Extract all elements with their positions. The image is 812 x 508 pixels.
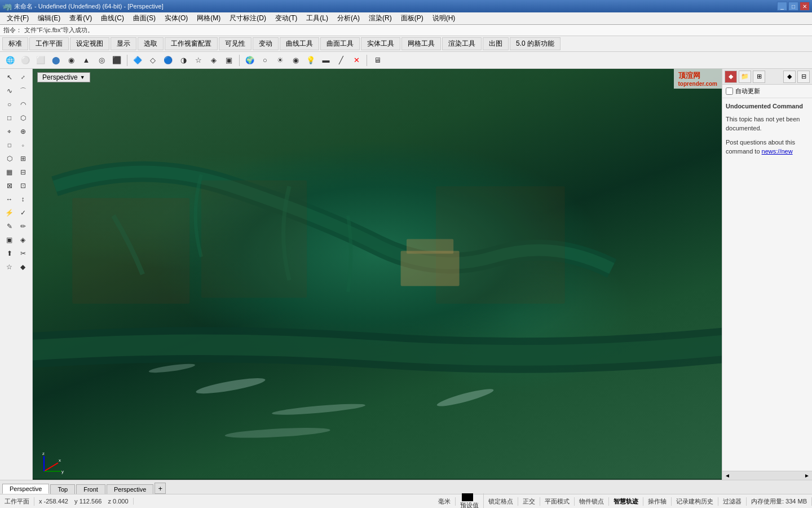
tool-wire1[interactable]: 🔷 — [131, 54, 144, 67]
bottom-tab-add[interactable]: + — [155, 483, 166, 494]
misc2[interactable]: ✂ — [17, 247, 29, 260]
mesh2[interactable]: ⊟ — [17, 166, 29, 178]
status-filter[interactable]: 过滤器 — [718, 497, 747, 506]
toolbar-tab-11[interactable]: 网格工具 — [401, 37, 441, 50]
snap2[interactable]: ✓ — [17, 207, 29, 219]
tool-sun[interactable]: ☀ — [273, 54, 287, 67]
toolbar-tab-8[interactable]: 曲线工具 — [280, 37, 319, 50]
viewport-dropdown-icon[interactable]: ▼ — [80, 75, 85, 80]
tool-monitor[interactable]: 🖥 — [370, 54, 384, 67]
misc3[interactable]: ☆ — [3, 261, 16, 273]
curve-tool1[interactable]: ∿ — [3, 85, 16, 97]
tool-ghost[interactable]: ☆ — [192, 54, 205, 67]
bottom-tab-1[interactable]: Top — [50, 484, 75, 494]
status-osnap[interactable]: 物件锁点 — [575, 497, 609, 506]
menu-item-m[interactable]: 网格(M) — [192, 12, 225, 24]
solid2[interactable]: ⊞ — [17, 152, 29, 165]
auto-update-checkbox[interactable] — [726, 87, 733, 95]
toolbar-tab-5[interactable]: 工作视窗配置 — [165, 37, 218, 50]
poly-tool[interactable]: ⬡ — [17, 112, 29, 124]
status-smart-track[interactable]: 智慧轨迹 — [609, 497, 643, 506]
edit2[interactable]: ✏ — [17, 220, 29, 233]
menu-item-d[interactable]: 尺寸标注(D) — [225, 12, 271, 24]
toolbar-tab-12[interactable]: 渲染工具 — [442, 37, 482, 50]
toolbar-tab-13[interactable]: 出图 — [483, 37, 509, 50]
menu-item-o[interactable]: 实体(O) — [160, 12, 192, 24]
minimize-button[interactable]: _ — [777, 2, 787, 11]
bottom-tab-2[interactable]: Front — [76, 484, 105, 494]
titlebar-controls[interactable]: _ □ ✕ — [777, 2, 810, 11]
menu-item-e[interactable]: 编辑(E) — [33, 12, 65, 24]
rt-icon4[interactable]: ◆ — [783, 71, 796, 83]
rt-icon1[interactable]: ◆ — [725, 71, 737, 83]
tool-shade[interactable]: ◑ — [176, 54, 190, 67]
tool-box[interactable]: ⬜ — [34, 54, 47, 67]
close-button[interactable]: ✕ — [800, 2, 810, 11]
viewport[interactable]: Perspective ▼ — [33, 69, 722, 480]
edit1[interactable]: ✎ — [3, 220, 16, 233]
tool-globe2[interactable]: 🌍 — [243, 54, 257, 67]
bottom-tab-0[interactable]: Perspective — [2, 484, 49, 494]
rt-icon2[interactable]: 📁 — [739, 71, 751, 83]
status-planar[interactable]: 平面模式 — [540, 497, 575, 506]
tool-tech[interactable]: ▣ — [222, 54, 236, 67]
toolbar-tab-4[interactable]: 选取 — [138, 37, 164, 50]
snap1[interactable]: ⚡ — [3, 207, 16, 219]
toolbar-tab-1[interactable]: 工作平面 — [29, 37, 69, 50]
menu-item-s[interactable]: 曲面(S) — [129, 12, 160, 24]
select-tool[interactable]: ↖ — [3, 71, 16, 84]
tool-spot[interactable]: ◉ — [289, 54, 302, 67]
dim2[interactable]: ⊡ — [17, 179, 29, 192]
status-gumball[interactable]: 操作轴 — [643, 497, 672, 506]
rt-icon3[interactable]: ⊞ — [753, 71, 765, 83]
maximize-button[interactable]: □ — [788, 2, 798, 11]
curve-tool2[interactable]: ⌒ — [17, 85, 29, 97]
circle-tool[interactable]: ○ — [3, 98, 16, 111]
tool-globe[interactable]: 🌐 — [3, 54, 17, 67]
dim1[interactable]: ⊠ — [3, 179, 16, 192]
status-lock-snap[interactable]: 锁定格点 — [484, 497, 518, 506]
arc-tool[interactable]: ◠ — [17, 98, 29, 111]
tool-xray[interactable]: ◈ — [207, 54, 220, 67]
tool-circle[interactable]: ○ — [258, 54, 272, 67]
layer2[interactable]: ◈ — [17, 234, 29, 246]
transform1[interactable]: ↔ — [3, 193, 16, 205]
freeform1[interactable]: ⌖ — [3, 125, 16, 138]
menu-item-f[interactable]: 文件(F) — [2, 12, 33, 24]
help-link[interactable]: news://new — [762, 148, 793, 155]
toolbar-tab-9[interactable]: 曲面工具 — [320, 37, 360, 50]
toolbar-tab-3[interactable]: 显示 — [111, 37, 136, 50]
solid1[interactable]: ⬡ — [3, 152, 16, 165]
tool-render1[interactable]: 🔵 — [161, 54, 175, 67]
viewport-label[interactable]: Perspective ▼ — [37, 72, 90, 82]
status-ortho[interactable]: 正交 — [518, 497, 540, 506]
toolbar-tab-7[interactable]: 变动 — [253, 37, 279, 50]
tool-cone[interactable]: ▲ — [80, 54, 93, 67]
toolbar-tab-14[interactable]: 5.0 的新功能 — [510, 37, 561, 50]
menu-item-c[interactable]: 曲线(C) — [96, 12, 129, 24]
tool-torus[interactable]: ◎ — [95, 54, 108, 67]
scroll-right-btn[interactable]: ► — [804, 472, 810, 479]
select-tool2[interactable]: ⤢ — [17, 71, 29, 84]
tool-light[interactable]: 💡 — [304, 54, 317, 67]
layer1[interactable]: ▣ — [3, 234, 16, 246]
menu-item-h[interactable]: 说明(H) — [428, 12, 460, 24]
tool-wire2[interactable]: ◇ — [146, 54, 160, 67]
tool-cylinder[interactable]: ◉ — [64, 54, 78, 67]
scroll-left-btn[interactable]: ◄ — [725, 472, 730, 479]
surface1[interactable]: ◻ — [3, 139, 16, 151]
surface2[interactable]: ⬦ — [17, 139, 29, 151]
mesh1[interactable]: ▦ — [3, 166, 16, 178]
tool-cancel[interactable]: ✕ — [350, 54, 363, 67]
misc1[interactable]: ⬆ — [3, 247, 16, 260]
transform2[interactable]: ↕ — [17, 193, 29, 205]
misc4[interactable]: ◆ — [17, 261, 29, 273]
tool-plane[interactable]: ⬛ — [110, 54, 123, 67]
freeform2[interactable]: ⊕ — [17, 125, 29, 138]
toolbar-tab-10[interactable]: 实体工具 — [361, 37, 400, 50]
tool-sphere[interactable]: ⚪ — [19, 54, 32, 67]
menu-item-r[interactable]: 渲染(R) — [364, 12, 396, 24]
rect-tool[interactable]: □ — [3, 112, 16, 124]
menu-item-v[interactable]: 查看(V) — [65, 12, 96, 24]
menu-item-p[interactable]: 面板(P) — [396, 12, 428, 24]
